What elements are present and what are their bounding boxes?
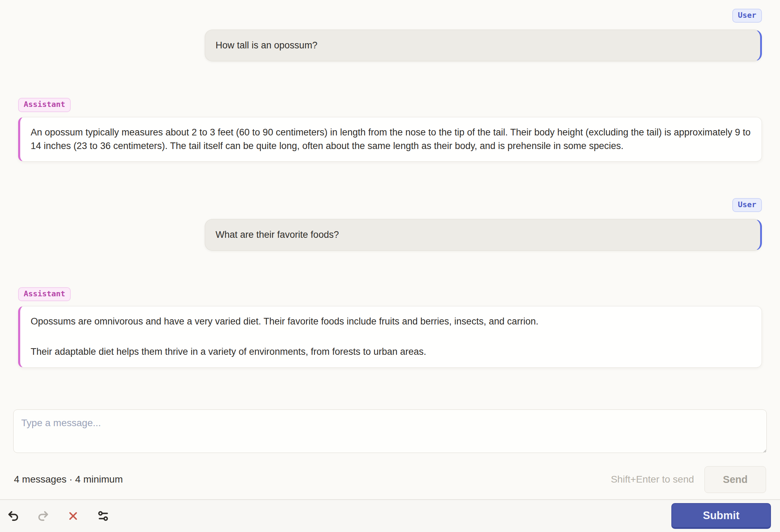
submit-button[interactable]: Submit	[671, 503, 771, 529]
bottom-toolbar: Submit	[0, 499, 780, 532]
role-badge-assistant: Assistant	[18, 287, 71, 301]
message-assistant: Assistant An opossum typically measures …	[18, 98, 762, 161]
composer-actions: Shift+Enter to send Send	[611, 466, 766, 493]
assistant-paragraph: Opossums are omnivorous and have a very …	[31, 315, 751, 328]
send-button[interactable]: Send	[704, 466, 766, 493]
message-assistant: Assistant Opossums are omnivorous and ha…	[18, 287, 762, 367]
undo-button[interactable]	[2, 505, 24, 527]
message-composer: 4 messages · 4 minimum Shift+Enter to se…	[0, 404, 780, 493]
assistant-message-bubble: Opossums are omnivorous and have a very …	[18, 306, 762, 367]
discard-button[interactable]	[62, 505, 84, 527]
chat-transcript: User How tall is an opossum? Assistant A…	[0, 0, 780, 368]
redo-icon	[37, 510, 49, 522]
undo-icon	[7, 510, 20, 522]
redo-button[interactable]	[32, 505, 54, 527]
role-badge-user: User	[732, 9, 762, 23]
composer-status-row: 4 messages · 4 minimum Shift+Enter to se…	[13, 466, 767, 493]
role-badge-user: User	[732, 198, 762, 212]
message-user: User What are their favorite foods?	[18, 198, 762, 251]
send-shortcut-hint: Shift+Enter to send	[611, 474, 694, 485]
message-count-status: 4 messages · 4 minimum	[14, 474, 123, 485]
assistant-paragraph: Their adaptable diet helps them thrive i…	[31, 345, 751, 359]
message-input[interactable]	[13, 409, 767, 453]
role-badge-assistant: Assistant	[18, 98, 71, 112]
assistant-message-bubble: An opossum typically measures about 2 to…	[18, 117, 762, 162]
user-message-bubble: How tall is an opossum?	[205, 30, 762, 61]
x-icon	[67, 510, 79, 522]
user-message-bubble: What are their favorite foods?	[205, 219, 762, 251]
message-user: User How tall is an opossum?	[18, 9, 762, 61]
settings-button[interactable]	[92, 505, 114, 527]
sliders-icon	[97, 510, 109, 522]
